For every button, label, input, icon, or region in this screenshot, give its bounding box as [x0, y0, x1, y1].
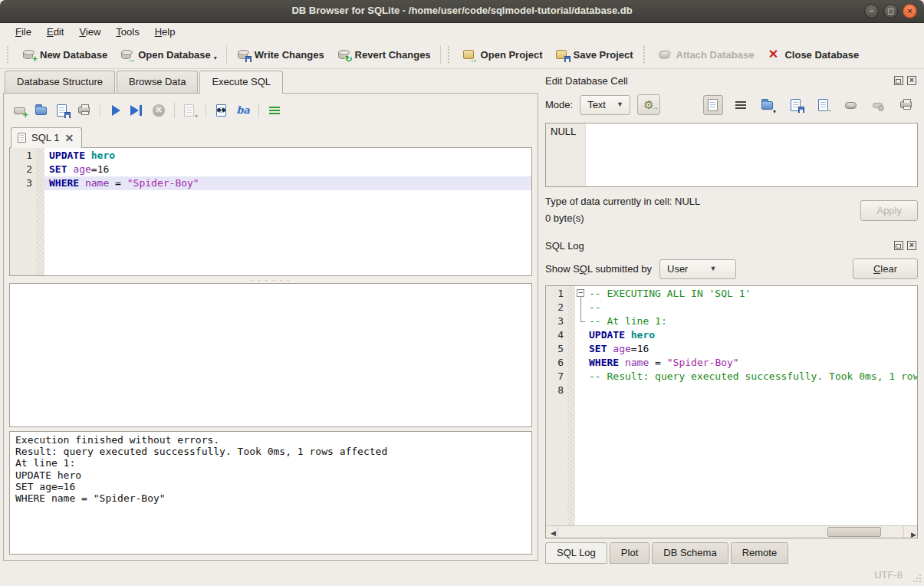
tab-sql-log[interactable]: SQL Log	[545, 542, 607, 564]
filter-label: Show SQL submitted by	[545, 263, 652, 275]
resize-grip[interactable]	[912, 574, 922, 583]
minimize-button[interactable]: −	[864, 4, 879, 18]
save-sql-file-button[interactable]: ▾	[54, 101, 72, 120]
menu-file[interactable]: File	[8, 25, 39, 40]
save-cell-data-button[interactable]	[786, 95, 806, 115]
line-number: 3	[10, 176, 32, 190]
fold-marker	[575, 370, 587, 384]
text-mode-button[interactable]	[703, 95, 723, 115]
log-horizontal-scrollbar[interactable]: ◀ ▶	[546, 525, 917, 538]
sql-file-icon	[18, 133, 26, 143]
close-panel-icon[interactable]: ×	[907, 76, 916, 85]
write-changes-button[interactable]: Write Changes	[230, 44, 330, 65]
clear-log-button[interactable]: Clear	[853, 258, 918, 279]
fold-marker	[575, 356, 587, 370]
close-tab-icon[interactable]: ✕	[64, 133, 74, 143]
print-cell-button[interactable]	[896, 95, 916, 115]
new-tab-button[interactable]	[11, 101, 29, 120]
print-button[interactable]	[75, 101, 94, 120]
submitter-select[interactable]: User ▼	[659, 259, 736, 279]
toolbar-drag-handle[interactable]	[643, 46, 648, 63]
float-panel-icon[interactable]	[894, 241, 903, 250]
mode-select-value: Text	[587, 99, 606, 110]
apply-cell-button[interactable]: ⚙	[637, 94, 660, 115]
save-project-button[interactable]: Save Project	[549, 44, 640, 65]
tab-db-schema[interactable]: DB Schema	[652, 542, 728, 564]
execute-all-button[interactable]	[107, 101, 125, 120]
scroll-right-icon[interactable]: ▶	[903, 526, 917, 538]
import-cell-data-button[interactable]: ▾	[758, 95, 778, 115]
open-sql-file-button[interactable]	[32, 101, 51, 120]
editor-fold-margin	[36, 148, 44, 275]
app-window: DB Browser for SQLite - /home/user/code/…	[0, 0, 924, 586]
close-panel-icon[interactable]: ×	[907, 241, 916, 250]
titlebar[interactable]: DB Browser for SQLite - /home/user/code/…	[0, 0, 924, 23]
chevron-down-icon: ▼	[617, 100, 623, 108]
log-code-area: −-- EXECUTING ALL IN 'SQL 1'---- At line…	[575, 286, 917, 525]
open-project-button[interactable]: → Open Project	[456, 44, 549, 65]
cell-value-editor[interactable]: NULL	[545, 123, 918, 187]
tab-remote[interactable]: Remote	[731, 542, 789, 564]
cell-edit-area[interactable]	[586, 123, 917, 186]
tab-execute-sql[interactable]: Execute SQL	[199, 71, 283, 94]
open-database-button[interactable]: → Open Database ▾	[113, 44, 223, 65]
fold-marker	[575, 384, 587, 397]
export-results-icon	[182, 104, 196, 117]
pane-splitter[interactable]: · · · · · ·	[9, 276, 532, 283]
word-wrap-icon	[268, 104, 281, 117]
auto-format-button[interactable]: ba	[234, 101, 252, 120]
tab-database-structure[interactable]: Database Structure	[5, 71, 115, 93]
results-grid-pane[interactable]	[9, 283, 532, 427]
word-wrap-button[interactable]	[265, 101, 284, 120]
sql-editor[interactable]: 123 UPDATE heroSET age=16WHERE name = "S…	[9, 147, 532, 276]
new-database-button[interactable]: + New Database	[15, 44, 113, 65]
open-external-icon	[844, 98, 858, 112]
menu-tools[interactable]: Tools	[108, 25, 146, 40]
scrollbar-thumb[interactable]	[827, 527, 881, 537]
line-number: 1	[10, 149, 32, 163]
sql-log-title: SQL Log	[545, 240, 894, 252]
dock-tab-bar: SQL Log Plot DB Schema Remote	[545, 538, 918, 564]
menu-view[interactable]: View	[71, 25, 108, 40]
revert-changes-button[interactable]: ↻ Revert Changes	[330, 44, 437, 65]
sql-editor-toolbar: ▾ ✕	[9, 98, 532, 123]
attach-database-button[interactable]: Attach Database	[652, 44, 761, 65]
line-number: 7	[546, 370, 564, 384]
open-database-dropdown-icon[interactable]: ▾	[214, 54, 217, 61]
editor-code-area[interactable]: UPDATE heroSET age=16WHERE name = "Spide…	[44, 148, 531, 275]
cell-word-wrap-button[interactable]	[731, 95, 751, 115]
maximize-button[interactable]: ◻	[883, 4, 898, 18]
fold-marker[interactable]: −	[575, 287, 587, 301]
code-line: WHERE name = "Spider-Boy"	[44, 176, 531, 190]
toolbar-drag-handle[interactable]	[448, 46, 452, 63]
close-button[interactable]: ×	[903, 4, 917, 18]
find-icon	[215, 104, 229, 117]
close-database-button[interactable]: ✕ Close Database	[760, 44, 865, 65]
find-button[interactable]	[212, 101, 231, 120]
code-line: SET age=16	[44, 163, 531, 176]
execute-all-icon	[109, 104, 123, 117]
toolbar-drag-handle[interactable]	[7, 46, 12, 63]
code-line: UPDATE hero	[575, 328, 917, 342]
menu-help[interactable]: Help	[147, 25, 183, 40]
menu-edit[interactable]: Edit	[39, 25, 71, 40]
float-panel-icon[interactable]	[894, 76, 903, 85]
toolbar-separator	[440, 45, 441, 64]
set-null-button[interactable]	[869, 95, 889, 115]
scroll-left-icon[interactable]: ◀	[546, 526, 558, 538]
sql-doc-tab[interactable]: SQL 1 ✕	[11, 127, 82, 148]
mode-select[interactable]: Text ▼	[580, 95, 630, 115]
window-title: DB Browser for SQLite - /home/user/code/…	[0, 5, 924, 16]
export-results-button[interactable]: ▾	[181, 101, 199, 120]
export-cell-data-button[interactable]	[814, 95, 834, 115]
open-project-icon: →	[462, 48, 476, 61]
tab-browse-data[interactable]: Browse Data	[117, 71, 198, 93]
execute-current-line-button[interactable]	[128, 101, 146, 120]
encoding-indicator[interactable]: UTF-8	[874, 569, 903, 581]
apply-button[interactable]: Apply	[860, 200, 918, 221]
attach-database-icon	[658, 48, 672, 61]
stop-button[interactable]: ✕	[150, 101, 168, 120]
open-external-button[interactable]	[841, 95, 861, 115]
main-tab-bar: Database Structure Browse Data Execute S…	[3, 71, 538, 93]
tab-plot[interactable]: Plot	[610, 542, 649, 564]
